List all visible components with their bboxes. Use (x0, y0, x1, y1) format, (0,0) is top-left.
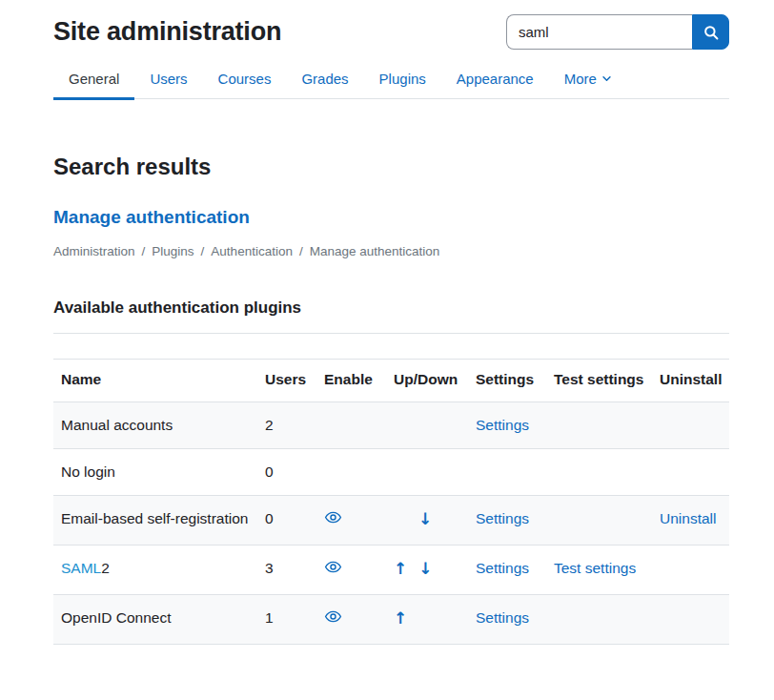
enable-cell (316, 449, 386, 496)
search-match-highlight: SAML (61, 560, 101, 576)
breadcrumb-separator: / (142, 244, 146, 258)
enable-toggle[interactable] (324, 508, 342, 526)
plugin-name-text: 2 (101, 560, 110, 576)
enable-toggle[interactable] (324, 558, 342, 576)
tab-plugins[interactable]: Plugins (364, 63, 441, 98)
breadcrumb-item: Administration (53, 244, 135, 258)
plugin-name-text: No login (61, 463, 115, 480)
tab-label: Plugins (379, 71, 426, 87)
uninstall-link[interactable]: Uninstall (660, 510, 716, 526)
test-settings-link[interactable]: Test settings (554, 560, 636, 576)
enable-cell (316, 595, 386, 645)
admin-search-form (506, 14, 729, 50)
breadcrumb-item: Manage authentication (310, 244, 440, 258)
chevron-down-icon (601, 73, 612, 84)
auth-plugins-table: NameUsersEnableUp/DownSettingsTest setti… (53, 359, 729, 645)
users-count: 1 (257, 595, 316, 645)
column-header-users: Users (257, 360, 316, 402)
breadcrumb-separator: / (201, 244, 205, 258)
plugin-name-text: OpenID Connect (61, 609, 171, 626)
updown-cell (386, 402, 468, 449)
tab-users[interactable]: Users (134, 63, 202, 98)
move-up-button[interactable]: ↑ (394, 607, 407, 629)
settings-link[interactable]: Settings (476, 417, 529, 433)
search-input[interactable] (506, 14, 692, 50)
page-title: Site administration (53, 17, 281, 47)
search-icon (703, 24, 720, 41)
tab-label: General (69, 71, 119, 87)
breadcrumb: Administration/Plugins/Authentication/Ma… (53, 244, 729, 258)
eye-icon (324, 607, 342, 626)
plugin-name: OpenID Connect (53, 595, 257, 645)
search-results-heading: Search results (53, 154, 729, 180)
settings-cell (468, 449, 546, 496)
section-divider (53, 333, 729, 334)
plugin-name: Manual accounts (53, 402, 257, 449)
tab-label: More (564, 71, 597, 87)
available-plugins-heading: Available authentication plugins (53, 299, 729, 318)
uninstall-cell: Uninstall (652, 496, 729, 546)
table-row: Manual accounts2Settings (53, 402, 729, 449)
tab-courses[interactable]: Courses (203, 63, 287, 98)
page-header: Site administration (53, 0, 729, 50)
eye-icon (324, 508, 342, 526)
column-header-up-down: Up/Down (386, 360, 468, 402)
tab-grades[interactable]: Grades (286, 63, 363, 98)
table-row: OpenID Connect1↑Settings (53, 595, 729, 645)
result-title: Manage authentication (53, 207, 729, 228)
column-header-uninstall: Uninstall (652, 360, 729, 402)
uninstall-cell (652, 449, 729, 496)
test-settings-cell (546, 595, 652, 645)
plugin-name-text: Manual accounts (61, 417, 173, 433)
breadcrumb-separator: / (299, 244, 303, 258)
manage-authentication-link[interactable]: Manage authentication (53, 207, 250, 227)
table-body: Manual accounts2SettingsNo login0Email-b… (53, 402, 729, 645)
settings-link[interactable]: Settings (476, 510, 529, 526)
breadcrumb-item: Plugins (152, 244, 194, 258)
uninstall-cell (652, 402, 729, 449)
users-count: 0 (257, 496, 316, 546)
search-results-section: Search results Manage authentication Adm… (53, 154, 729, 645)
settings-cell: Settings (468, 402, 546, 449)
updown-cell (386, 449, 468, 496)
tab-label: Users (150, 71, 187, 87)
column-header-test-settings: Test settings (546, 360, 652, 402)
tab-label: Appearance (457, 71, 534, 87)
tab-appearance[interactable]: Appearance (441, 63, 549, 98)
settings-cell: Settings (468, 595, 546, 645)
tab-general[interactable]: General (53, 63, 134, 98)
settings-link[interactable]: Settings (476, 560, 529, 576)
move-down-button[interactable]: ↓ (418, 558, 432, 580)
enable-cell (316, 546, 386, 595)
users-count: 3 (257, 546, 316, 595)
column-header-enable: Enable (316, 360, 386, 402)
move-up-button[interactable]: ↑ (394, 558, 407, 580)
column-header-settings: Settings (468, 360, 546, 402)
admin-tabs: GeneralUsersCoursesGradesPluginsAppearan… (53, 63, 729, 99)
tab-label: Courses (218, 71, 272, 87)
enable-cell (316, 496, 386, 546)
settings-cell: Settings (468, 546, 546, 595)
table-row: Email-based self-registration0↓SettingsU… (53, 496, 729, 546)
updown-cell: ↓ (386, 496, 468, 546)
test-settings-cell: Test settings (546, 546, 652, 595)
move-down-button[interactable]: ↓ (418, 508, 432, 530)
arrow-up-icon: ↑ (394, 559, 407, 578)
site-administration-page: Site administration GeneralUsersCoursesG… (0, 0, 774, 645)
enable-toggle[interactable] (324, 607, 342, 626)
arrow-up-icon: ↑ (394, 608, 407, 628)
table-row: No login0 (53, 449, 729, 496)
users-count: 0 (257, 449, 316, 496)
settings-link[interactable]: Settings (476, 609, 529, 626)
tab-more[interactable]: More (549, 63, 627, 98)
breadcrumb-item: Authentication (211, 244, 293, 258)
plugin-name-text: Email-based self-registration (61, 510, 248, 526)
plugin-name: No login (53, 449, 257, 496)
table-row: SAML23↑↓SettingsTest settings (53, 546, 729, 595)
arrow-down-icon: ↓ (418, 509, 432, 528)
arrow-down-icon: ↓ (418, 559, 432, 578)
plugin-name: SAML2 (53, 546, 257, 595)
enable-cell (316, 402, 386, 449)
test-settings-cell (546, 449, 652, 496)
search-button[interactable] (692, 14, 729, 50)
